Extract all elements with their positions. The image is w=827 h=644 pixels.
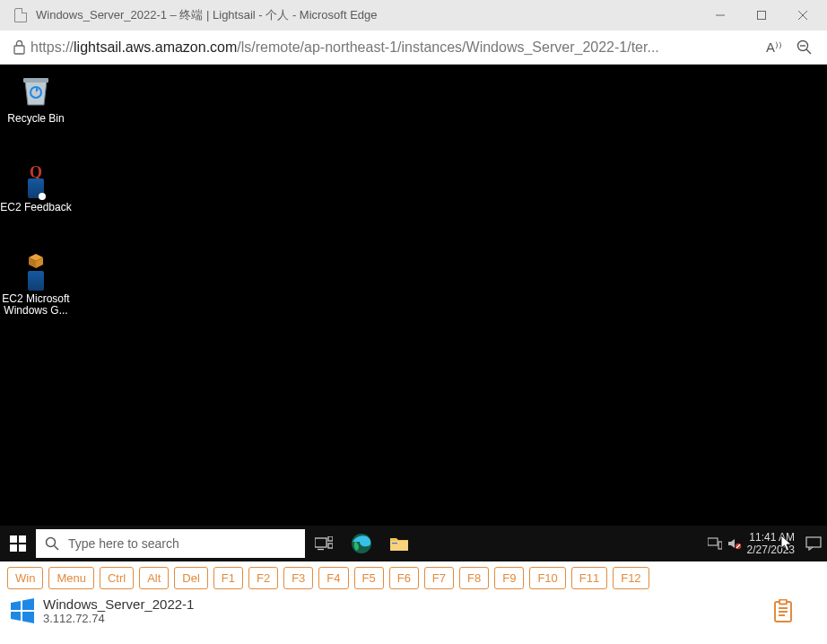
- browser-titlebar: Windows_Server_2022-1 – 终端 | Lightsail -…: [0, 0, 827, 30]
- svg-rect-8: [23, 78, 48, 83]
- lightsail-control-panel: WinMenuCtrlAltDelF1F2F3F4F5F6F7F8F9F10F1…: [0, 561, 827, 644]
- minimize-button[interactable]: [700, 0, 741, 30]
- svg-rect-18: [315, 538, 326, 547]
- svg-line-17: [55, 546, 59, 551]
- virtual-key-win[interactable]: Win: [7, 567, 43, 589]
- virtual-key-f7[interactable]: F7: [424, 567, 454, 589]
- virtual-key-f11[interactable]: F11: [571, 567, 607, 589]
- search-placeholder: Type here to search: [68, 536, 179, 551]
- svg-rect-4: [14, 46, 24, 54]
- svg-point-16: [47, 538, 56, 547]
- virtual-key-f10[interactable]: F10: [529, 567, 565, 589]
- svg-rect-35: [779, 600, 787, 605]
- url-host: lightsail.aws.amazon.com: [74, 39, 237, 55]
- shortcut-icon: [28, 178, 44, 198]
- taskbar-app-explorer[interactable]: [380, 526, 418, 561]
- desktop-icon-ec2-ms-guide[interactable]: EC2 Microsoft Windows G...: [0, 253, 72, 317]
- volume-muted-icon[interactable]: [727, 537, 742, 550]
- folder-icon: [389, 535, 409, 552]
- svg-rect-12: [10, 535, 17, 543]
- desktop-icon-label: Recycle Bin: [7, 112, 64, 125]
- desktop-icon-ec2-feedback[interactable]: Q EC2 Feedback: [0, 163, 72, 213]
- svg-rect-13: [19, 535, 26, 543]
- svg-marker-31: [22, 598, 34, 610]
- url-text[interactable]: https://lightsail.aws.amazon.com/ls/remo…: [30, 39, 759, 56]
- desktop-icon-label: EC2 Feedback: [0, 201, 71, 213]
- svg-rect-14: [10, 544, 17, 552]
- task-view-icon: [315, 536, 333, 551]
- desktop-icon-recycle-bin[interactable]: Recycle Bin: [0, 72, 72, 125]
- url-scheme: https://: [30, 39, 74, 55]
- recycle-bin-icon: [17, 72, 55, 109]
- box-icon: [28, 253, 44, 269]
- svg-marker-33: [22, 612, 34, 623]
- taskbar-search[interactable]: Type here to search: [36, 529, 305, 558]
- maximize-button[interactable]: [741, 0, 782, 30]
- shortcut-icon: [28, 271, 44, 291]
- taskbar-app-edge[interactable]: [343, 526, 380, 561]
- windows-logo-icon: [9, 597, 36, 624]
- svg-line-6: [806, 49, 811, 54]
- url-path: /ls/remote/ap-northeast-1/instances/Wind…: [237, 39, 658, 55]
- edge-icon: [351, 533, 372, 554]
- svg-rect-20: [328, 544, 333, 548]
- virtual-key-menu[interactable]: Menu: [48, 567, 94, 589]
- instance-status-bar: Windows_Server_2022-1 3.112.72.74: [7, 596, 820, 625]
- window-controls: [700, 0, 823, 30]
- virtual-key-f3[interactable]: F3: [283, 567, 313, 589]
- search-icon: [45, 536, 59, 551]
- svg-rect-26: [718, 542, 722, 549]
- virtual-key-alt[interactable]: Alt: [139, 567, 169, 589]
- windows-logo-icon: [10, 535, 26, 552]
- system-tray: 11:41 AM 2/27/2023: [708, 531, 827, 556]
- virtual-key-f12[interactable]: F12: [613, 567, 649, 589]
- action-center-icon[interactable]: [805, 536, 822, 551]
- svg-marker-32: [11, 612, 21, 621]
- virtual-key-f1[interactable]: F1: [213, 567, 243, 589]
- remote-desktop[interactable]: Recycle Bin Q EC2 Feedback EC2 Microsoft…: [0, 65, 827, 561]
- page-icon: [14, 8, 27, 22]
- svg-marker-30: [11, 601, 21, 610]
- read-aloud-icon[interactable]: A⁾⁾: [759, 39, 789, 56]
- site-info-icon[interactable]: [7, 36, 30, 59]
- virtual-key-del[interactable]: Del: [174, 567, 208, 589]
- svg-rect-25: [708, 538, 718, 545]
- windows-taskbar: Type here to search 11:41 AM 2/27/2023: [0, 526, 827, 561]
- virtual-key-f8[interactable]: F8: [459, 567, 489, 589]
- virtual-key-ctrl[interactable]: Ctrl: [100, 567, 134, 589]
- start-button[interactable]: [0, 526, 36, 561]
- close-button[interactable]: [782, 0, 823, 30]
- browser-address-bar: https://lightsail.aws.amazon.com/ls/remo…: [0, 30, 827, 65]
- svg-rect-29: [806, 537, 821, 547]
- network-icon[interactable]: [708, 537, 722, 550]
- desktop-icon-label: EC2 Microsoft Windows G...: [0, 293, 72, 317]
- svg-rect-23: [390, 541, 408, 551]
- virtual-key-f9[interactable]: F9: [494, 567, 524, 589]
- zoom-out-icon[interactable]: [789, 39, 820, 56]
- instance-name: Windows_Server_2022-1: [43, 596, 194, 612]
- mouse-cursor: [780, 535, 793, 553]
- svg-rect-1: [758, 12, 766, 20]
- browser-tab-title: Windows_Server_2022-1 – 终端 | Lightsail -…: [36, 7, 700, 23]
- svg-rect-15: [19, 544, 26, 552]
- virtual-key-row: WinMenuCtrlAltDelF1F2F3F4F5F6F7F8F9F10F1…: [7, 567, 820, 589]
- instance-ip: 3.112.72.74: [43, 612, 194, 625]
- virtual-key-f6[interactable]: F6: [389, 567, 419, 589]
- virtual-key-f4[interactable]: F4: [318, 567, 348, 589]
- virtual-key-f2[interactable]: F2: [248, 567, 278, 589]
- task-view-button[interactable]: [305, 526, 343, 561]
- virtual-key-f5[interactable]: F5: [354, 567, 384, 589]
- svg-rect-19: [328, 536, 333, 541]
- clipboard-button[interactable]: [773, 599, 793, 622]
- svg-rect-24: [392, 543, 397, 544]
